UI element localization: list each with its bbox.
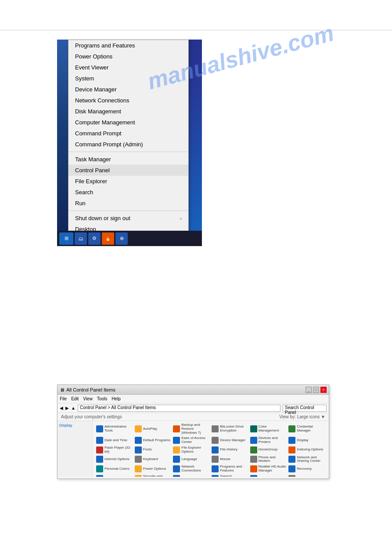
menu-item-system[interactable]: System <box>68 73 188 84</box>
menu-item-command-prompt-admin[interactable]: Command Prompt (Admin) <box>68 139 188 150</box>
cp-icon-recovery[interactable]: Recovery <box>288 465 325 473</box>
taskbar-icon-4[interactable]: ⊕ <box>115 232 128 245</box>
cp-icon-security[interactable]: Security and Maintenance <box>135 475 172 477</box>
cp-icon-indexing[interactable]: Indexing Options <box>288 446 325 454</box>
keyboard-label: Keyboard <box>143 457 158 461</box>
cp-icon-fonts[interactable]: Fonts <box>135 446 172 454</box>
network-icon <box>288 456 295 463</box>
cp-icon-connections[interactable]: Network Connections <box>173 465 210 473</box>
sound-label: Sound <box>181 476 191 477</box>
device-manager-cp-icon <box>212 437 219 444</box>
cp-icon-language[interactable]: Language <box>173 456 210 464</box>
menu-item-run[interactable]: Run <box>68 198 188 209</box>
cp-icon-admin-tools[interactable]: Administrative Tools <box>96 423 133 435</box>
cp-icon-programs[interactable]: Programs and Features <box>212 465 248 473</box>
menu-item-programs-features[interactable]: Programs and Features <box>68 40 188 51</box>
cp-sidebar: Display <box>58 421 93 477</box>
homegroup-icon <box>250 446 257 453</box>
homegroup-label: HomeGroup <box>259 448 278 452</box>
menu-item-computer-management[interactable]: Computer Management <box>68 117 188 128</box>
cp-body: Display Administrative Tools AutoPlay Ba… <box>58 421 329 477</box>
menu-item-device-manager[interactable]: Device Manager <box>68 84 188 95</box>
menu-view[interactable]: View <box>83 396 93 401</box>
cp-icon-ease-access[interactable]: Ease of Access Center <box>173 436 210 444</box>
cp-icon-file-explorer[interactable]: File Explorer Options <box>173 446 210 454</box>
cp-sidebar-display-link[interactable]: Display <box>59 423 90 428</box>
menu-item-event-viewer[interactable]: Event Viewer <box>68 62 188 73</box>
cp-subtitle-text: Adjust your computer's settings <box>61 414 122 419</box>
menu-help[interactable]: Help <box>111 396 121 401</box>
personal-label: Personal Colors <box>104 467 129 471</box>
menu-item-task-manager[interactable]: Task Manager <box>68 154 188 165</box>
cp-icon-speech[interactable]: Speech Recognition <box>212 475 248 477</box>
close-button[interactable]: × <box>320 387 327 393</box>
cp-view-by[interactable]: View by: Large icons ▼ <box>279 414 325 419</box>
realtek-icon <box>250 465 257 472</box>
menu-item-file-explorer[interactable]: File Explorer <box>68 176 188 187</box>
address-input[interactable]: Control Panel > All Control Panel Items <box>78 405 281 412</box>
top-divider <box>0 30 392 30</box>
cp-icon-sound[interactable]: Sound <box>173 475 210 477</box>
cp-icon-color-mgmt[interactable]: Color Management <box>250 423 287 435</box>
cp-icon-network[interactable]: Network and Sharing Center <box>288 456 325 464</box>
color-mgmt-icon <box>250 425 257 432</box>
maximize-button[interactable]: □ <box>313 387 319 393</box>
menu-item-network-connections[interactable]: Network Connections <box>68 95 188 106</box>
cp-icon-device-manager[interactable]: Device Manager <box>212 436 248 444</box>
menu-tools[interactable]: Tools <box>97 396 107 401</box>
modem-label: Phone and Modem <box>259 456 287 464</box>
cp-icon-file-history[interactable]: File History <box>212 446 248 454</box>
cp-icon-credential[interactable]: Credential Manager <box>288 423 325 435</box>
internet-icon <box>96 456 103 463</box>
cp-subtitle-bar: Adjust your computer's settings View by:… <box>58 413 329 421</box>
cp-icon-personal[interactable]: Personal Colors <box>96 465 133 473</box>
keyboard-icon <box>135 456 142 463</box>
menu-item-shutdown[interactable]: Shut down or sign out › <box>68 213 188 224</box>
screenshot-area: 🖥 G 📁 C i- sol 🖥 完 Programs and Features… <box>57 40 202 246</box>
minimize-button[interactable]: _ <box>306 387 312 393</box>
start-button[interactable]: ⊞ <box>59 232 73 245</box>
menu-item-command-prompt[interactable]: Command Prompt <box>68 128 188 139</box>
backup-label: Backup and Restore (Windows 7) <box>181 423 210 435</box>
menu-item-control-panel[interactable]: Control Panel <box>68 165 188 176</box>
cp-icon-system-cp[interactable]: System <box>288 475 325 477</box>
cp-icon-realtek[interactable]: Realtek HD Audio Manager <box>250 465 287 473</box>
cp-icon-power[interactable]: Power Options <box>135 465 172 473</box>
security-label: Security and Maintenance <box>143 475 172 477</box>
taskbar-icon-3[interactable]: 🔥 <box>102 232 114 245</box>
cp-icon-date-time[interactable]: Date and Time <box>96 436 133 444</box>
search-input[interactable]: Search Control Panel <box>283 405 327 412</box>
menu-file[interactable]: File <box>60 396 67 401</box>
credential-icon <box>288 425 295 432</box>
menu-item-power-options[interactable]: Power Options <box>68 51 188 62</box>
cp-icon-backup[interactable]: Backup and Restore (Windows 7) <box>173 423 210 435</box>
display-cp-label: Display <box>297 439 308 443</box>
cp-icon-default-progs[interactable]: Default Programs <box>135 436 172 444</box>
cp-icon-region[interactable]: Region <box>96 475 133 477</box>
cp-icon-autoplay[interactable]: AutoPlay <box>135 423 172 435</box>
cp-icon-internet[interactable]: Internet Options <box>96 456 133 464</box>
taskbar-icon-2[interactable]: ⚙ <box>88 232 101 245</box>
cp-icon-display-cp[interactable]: Display <box>288 436 325 444</box>
autoplay-label: AutoPlay <box>143 427 157 431</box>
menu-edit[interactable]: Edit <box>71 396 79 401</box>
cp-icon-bitlocker[interactable]: BitLocker Drive Encryption <box>212 423 248 435</box>
cp-icon-modem[interactable]: Phone and Modem <box>250 456 287 464</box>
programs-icon <box>212 465 219 472</box>
menu-item-search[interactable]: Search <box>68 187 188 198</box>
menu-item-disk-management[interactable]: Disk Management <box>68 106 188 117</box>
taskbar-icon-1[interactable]: 🗂 <box>75 232 87 245</box>
cp-icon-mouse[interactable]: Mouse <box>212 456 248 464</box>
up-button[interactable]: ▲ <box>71 406 76 410</box>
cp-icon-keyboard[interactable]: Keyboard <box>135 456 172 464</box>
forward-button[interactable]: ▶ <box>65 406 69 410</box>
back-button[interactable]: ◀ <box>60 406 63 410</box>
cp-icon-storage[interactable]: Storage Spaces <box>250 475 287 477</box>
cp-icons-content: Administrative Tools AutoPlay Backup and… <box>93 421 329 477</box>
indexing-label: Indexing Options <box>297 448 323 452</box>
cp-icon-devices-printers[interactable]: Devices and Printers <box>250 436 287 444</box>
cp-win-controls: _ □ × <box>306 387 327 393</box>
cp-icon-flash[interactable]: Flash Player (32-bit) <box>96 446 133 454</box>
speech-label: Speech Recognition <box>220 475 248 477</box>
cp-icon-homegroup[interactable]: HomeGroup <box>250 446 287 454</box>
